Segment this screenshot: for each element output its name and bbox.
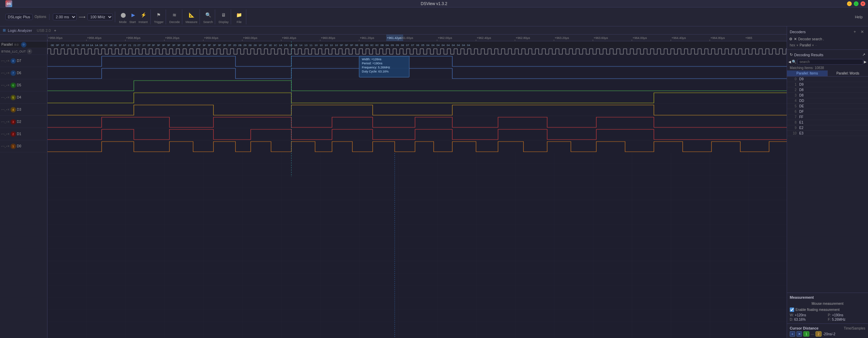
bt656-label-text: BT656_LLC_OUT: [1, 50, 26, 53]
svg-text:28: 28: [249, 44, 252, 47]
minimize-button[interactable]: −: [847, 1, 852, 6]
measure-icon[interactable]: 📐: [187, 10, 196, 20]
cursor-time-samples-label: Time/Samples: [844, 326, 865, 330]
svg-text:1E: 1E: [113, 44, 117, 47]
help-button[interactable]: Help: [852, 15, 865, 19]
start-icon[interactable]: ▶: [129, 10, 138, 20]
d7-channel-label: ⌐¬_⌐X 8 D7: [0, 55, 47, 67]
parallel-bits: 8:0: [14, 43, 19, 46]
svg-text:11: 11: [310, 44, 313, 47]
time-div-select[interactable]: 2.00 ms: [53, 14, 77, 20]
svg-text:3F: 3F: [213, 44, 216, 47]
results-search-icon[interactable]: 🔍: [792, 60, 797, 64]
svg-text:+964.40µs: +964.40µs: [671, 36, 686, 40]
measure-section: 📐 Measure: [184, 9, 200, 24]
svg-text:1C: 1C: [104, 44, 108, 47]
table-row[interactable]: 6 DF: [787, 109, 868, 114]
results-list[interactable]: 0 D9 1 D9 2 D8 3 D8 4 DD 5 DE 6 DF 7 FF …: [787, 77, 868, 136]
tab-parallel-words[interactable]: Parallel: Words: [828, 70, 868, 76]
row-index: 5: [790, 104, 797, 108]
floating-measurement-checkbox[interactable]: [790, 308, 794, 312]
table-row[interactable]: 1 D9: [787, 82, 868, 87]
svg-text:3F: 3F: [152, 44, 155, 47]
row-value: DD: [799, 99, 804, 103]
svg-text:14: 14: [77, 44, 80, 47]
search-icon[interactable]: 🔍: [203, 10, 213, 20]
svg-text:+965: +965: [745, 36, 752, 40]
table-row[interactable]: 2 D8: [787, 87, 868, 93]
add-channel-icon[interactable]: +: [54, 28, 56, 33]
table-row[interactable]: 0 D9: [787, 77, 868, 82]
svg-text:3F: 3F: [218, 44, 221, 47]
bt656-channel-label: BT656_LLC_OUT 0: [0, 48, 47, 55]
decoder-format-option: hex ▾ Parallel ▾ ··: [787, 42, 868, 48]
svg-text:29: 29: [244, 44, 247, 47]
svg-text:3F: 3F: [172, 44, 175, 47]
table-row[interactable]: 7 FF: [787, 114, 868, 120]
decoder-close-icon[interactable]: ✕: [794, 37, 797, 41]
enable-floating-measurement[interactable]: Enable floating measurement: [790, 307, 865, 313]
results-next-icon[interactable]: ▶: [864, 60, 867, 64]
table-row[interactable]: 4 DD: [787, 98, 868, 104]
svg-text:10: 10: [335, 44, 338, 47]
svg-text:3F: 3F: [192, 44, 195, 47]
file-icon[interactable]: 📁: [234, 10, 244, 20]
svg-text:19: 19: [284, 44, 287, 47]
row-index: 2: [790, 88, 797, 92]
device-name[interactable]: DSLogic Plus: [5, 14, 33, 20]
window-controls: − □ ✕: [847, 1, 865, 6]
results-export-icon[interactable]: ↗: [862, 52, 865, 57]
d5-channel-label: ⌐¬_⌐X 6 D5: [0, 79, 47, 91]
results-search-input[interactable]: [797, 59, 863, 65]
mode-icon[interactable]: ⬤: [119, 10, 128, 20]
svg-text:+959.60µs: +959.60µs: [204, 36, 219, 40]
svg-text:13: 13: [305, 44, 308, 47]
instant-icon[interactable]: ⚡: [139, 10, 148, 20]
d7-index: 8: [11, 58, 16, 64]
table-row[interactable]: 3 D8: [787, 93, 868, 98]
d0-channel-label: ⌐¬_⌐X 1 D0: [0, 140, 47, 152]
svg-rect-136: [47, 140, 787, 152]
waveform-scroll[interactable]: +958.00µs +958.40µs +958.80µs +959.20µs …: [47, 35, 787, 338]
table-row[interactable]: 8 E1: [787, 120, 868, 125]
decoder-settings-icon[interactable]: ⚙: [789, 37, 792, 41]
waveform-display[interactable]: 0E0F1F 111314 16181A 1A1B1C 1E1E1F 1F212…: [47, 41, 787, 338]
results-prev-icon[interactable]: ◀: [788, 60, 791, 64]
d6-name: D6: [17, 71, 21, 75]
remove-cursor-button[interactable]: ✕: [797, 331, 802, 337]
svg-text:+962.40µs: +962.40µs: [477, 36, 491, 40]
measure-label: Measure: [186, 20, 198, 24]
svg-text:3F: 3F: [182, 44, 185, 47]
remove-decoder-button[interactable]: ✕: [859, 29, 865, 35]
svg-text:16: 16: [294, 44, 297, 47]
svg-text:+963.20µs: +963.20µs: [555, 36, 569, 40]
display-icon[interactable]: 🖥: [219, 10, 228, 20]
cursor-controls: + ✕ 1 — 2 -20ns/-2: [790, 331, 865, 337]
add-cursor-button[interactable]: +: [790, 331, 795, 337]
cursor-distance-section: Cursor Distance Time/Samples + ✕ 1 — 2 -…: [787, 323, 868, 338]
table-row[interactable]: 9 E2: [787, 125, 868, 131]
analyzer-area: ⊞ Logic Analyzer USB 2.0 + Parallel 8:0 …: [0, 26, 787, 338]
close-button[interactable]: ✕: [861, 1, 865, 6]
add-decoder-button[interactable]: +: [852, 29, 858, 35]
trigger-section: ⚑ Trigger: [152, 9, 166, 24]
svg-text:1B: 1B: [99, 44, 103, 47]
file-label: File: [237, 20, 242, 24]
row-value: E1: [799, 121, 803, 124]
d1-channel-label: ⌐¬_⌐X 2 D1: [0, 128, 47, 140]
sample-rate-select[interactable]: 100 MHz: [87, 14, 113, 20]
right-panel: Decoders + ✕ ⚙ ✕ Decoder search . hex ▾ …: [787, 26, 868, 338]
decode-icon[interactable]: ≋: [170, 10, 179, 20]
trigger-icon[interactable]: ⚑: [154, 10, 164, 20]
options-label: Options: [35, 15, 46, 19]
tab-parallel-items[interactable]: Parallel: Items: [787, 70, 828, 76]
maximize-button[interactable]: □: [854, 1, 859, 6]
arrow-icon[interactable]: ⟶: [77, 12, 87, 22]
table-row[interactable]: 10 E3: [787, 131, 868, 136]
toolbar: DSLogic Plus Options 2.00 ms ⟶ 100 MHz ⬤…: [0, 7, 868, 26]
table-row[interactable]: 5 DE: [787, 104, 868, 109]
results-refresh-icon[interactable]: ↻: [790, 52, 793, 57]
svg-text:04: 04: [432, 44, 435, 47]
decoders-header[interactable]: Decoders + ✕: [787, 28, 868, 36]
svg-text:+961.20µs: +961.20µs: [360, 36, 374, 40]
